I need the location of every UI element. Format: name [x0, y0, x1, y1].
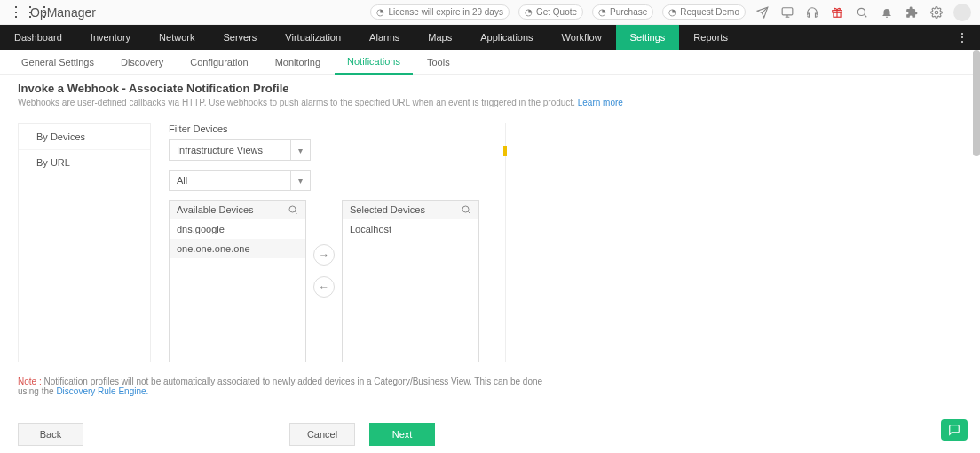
nav-item-dashboard[interactable]: Dashboard: [0, 25, 76, 50]
nav-item-workflow[interactable]: Workflow: [548, 25, 616, 50]
back-button[interactable]: Back: [18, 423, 83, 446]
sub-nav: General SettingsDiscoveryConfigurationMo…: [0, 50, 980, 75]
headset-icon[interactable]: [804, 4, 820, 20]
list-item[interactable]: one.one.one.one: [170, 239, 305, 258]
highlight-marker: [503, 146, 507, 156]
chevron-down-icon: ▾: [290, 171, 310, 190]
left-tab-by-url[interactable]: By URL: [19, 149, 150, 175]
nav-item-network[interactable]: Network: [145, 25, 209, 50]
svg-rect-0: [782, 7, 793, 14]
svg-point-6: [462, 206, 469, 212]
chevron-down-icon: ▾: [290, 140, 310, 160]
nav-item-settings[interactable]: Settings: [616, 25, 680, 50]
chat-fab[interactable]: [941, 419, 968, 441]
next-button[interactable]: Next: [369, 423, 435, 446]
svg-point-3: [858, 8, 865, 15]
svg-point-4: [935, 11, 938, 14]
subnav-item-general-settings[interactable]: General Settings: [9, 50, 107, 75]
nav-item-inventory[interactable]: Inventory: [76, 25, 145, 50]
search-icon[interactable]: [288, 204, 298, 215]
subnav-item-configuration[interactable]: Configuration: [178, 50, 260, 75]
filter-select-scope[interactable]: All ▾: [169, 170, 311, 191]
apps-grid-icon[interactable]: ⋮⋮⋮: [9, 5, 23, 20]
nav-item-reports[interactable]: Reports: [679, 25, 742, 50]
main-nav: DashboardInventoryNetworkServersVirtuali…: [0, 25, 980, 50]
plugin-icon[interactable]: [904, 4, 920, 20]
list-item[interactable]: dns.google: [170, 219, 305, 239]
list-item[interactable]: Localhost: [343, 219, 478, 239]
available-devices-list: Available Devices dns.googleone.one.one.…: [169, 200, 306, 362]
page-description: Webhooks are user-defined callbacks via …: [18, 98, 962, 107]
search-icon[interactable]: [461, 204, 471, 215]
left-tabs: By DevicesBy URL: [18, 123, 151, 362]
selected-devices-list: Selected Devices Localhost: [342, 200, 479, 362]
selected-label: Selected Devices: [350, 204, 425, 215]
discovery-rule-link[interactable]: Discovery Rule Engine.: [56, 386, 148, 396]
cancel-button[interactable]: Cancel: [289, 423, 355, 446]
svg-point-5: [289, 206, 296, 212]
product-name: OpManager: [30, 5, 96, 20]
move-left-button[interactable]: ←: [313, 276, 335, 298]
get-quote-pill[interactable]: ◔Get Quote: [518, 4, 583, 20]
subnav-item-notifications[interactable]: Notifications: [335, 50, 413, 75]
nav-item-alarms[interactable]: Alarms: [355, 25, 414, 50]
license-pill[interactable]: ◔License will expire in 29 days: [370, 4, 510, 20]
nav-item-servers[interactable]: Servers: [209, 25, 271, 50]
bell-icon[interactable]: [879, 4, 895, 20]
purchase-pill[interactable]: ◔Purchase: [592, 4, 653, 20]
note-text: Note : Notification profiles will not be…: [0, 373, 568, 396]
nav-item-maps[interactable]: Maps: [414, 25, 466, 50]
send-icon[interactable]: [755, 4, 771, 20]
gear-icon[interactable]: [929, 4, 944, 20]
available-label: Available Devices: [177, 204, 254, 215]
avatar[interactable]: [953, 4, 971, 21]
search-icon[interactable]: [854, 4, 870, 20]
left-tab-by-devices[interactable]: By Devices: [19, 124, 150, 149]
gift-icon[interactable]: [829, 4, 845, 20]
page-title: Invoke a Webhook - Associate Notificatio…: [18, 82, 962, 95]
filter-select-view[interactable]: Infrastructure Views ▾: [169, 139, 311, 161]
learn-more-link[interactable]: Learn more: [578, 98, 623, 107]
subnav-item-monitoring[interactable]: Monitoring: [263, 50, 333, 75]
more-menu-icon[interactable]: ⋮: [950, 31, 975, 44]
request-demo-pill[interactable]: ◔Request Demo: [662, 4, 746, 20]
filter-label: Filter Devices: [169, 123, 487, 134]
subnav-item-tools[interactable]: Tools: [415, 50, 462, 75]
scrollbar[interactable]: [973, 50, 980, 156]
monitor-icon[interactable]: [779, 4, 795, 20]
nav-item-applications[interactable]: Applications: [466, 25, 547, 50]
move-right-button[interactable]: →: [313, 244, 335, 266]
subnav-item-discovery[interactable]: Discovery: [108, 50, 176, 75]
nav-item-virtualization[interactable]: Virtualization: [271, 25, 355, 50]
